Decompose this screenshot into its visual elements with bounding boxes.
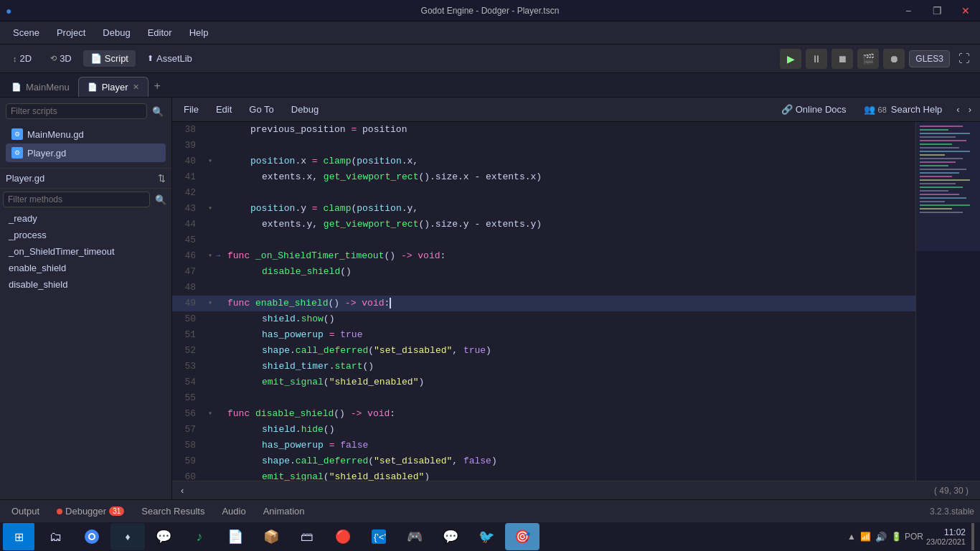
title-bar: ● Godot Engine - Dodger - Player.tscn − … (0, 0, 980, 22)
editor-status-bar: ‹ ( 49, 30 ) (172, 481, 980, 499)
taskbar-spotify[interactable]: ♪ (182, 523, 217, 550)
menu-debug[interactable]: Debug (95, 24, 137, 41)
2d-icon: ↕ (13, 55, 17, 63)
scroll-left-btn[interactable]: ‹ (953, 101, 962, 118)
script-item-mainmenu[interactable]: ⚙ MainMenu.gd (6, 125, 166, 143)
code-line-55: 55 (172, 390, 915, 406)
menu-help[interactable]: Help (182, 24, 216, 41)
maximize-button[interactable]: ❐ (923, 0, 951, 22)
editor-edit-btn[interactable]: Edit (210, 101, 237, 118)
tab-audio[interactable]: Audio (216, 503, 251, 519)
stop-button[interactable]: ⏹ (831, 49, 853, 69)
taskbar-pdf[interactable]: 📄 (218, 523, 253, 550)
editor-file-btn[interactable]: File (178, 101, 204, 118)
method-ready[interactable]: _ready (0, 210, 171, 227)
svg-text:{'<'}: {'<'} (374, 532, 386, 542)
method-enableshield[interactable]: enable_shield (0, 260, 171, 276)
close-button[interactable]: ✕ (951, 0, 980, 22)
bottom-bar: Output Debugger 31 Search Results Audio … (0, 499, 980, 522)
scroll-left-code[interactable]: ‹ (178, 485, 187, 496)
tab-add-button[interactable]: + (149, 75, 166, 97)
code-line-57: 57 shield.hide() (172, 422, 915, 438)
main-toolbar: ↕ 2D ⟲ 3D 📄 Script ⬆ AssetLib ▶ ⏸ ⏹ 🎬 ⏺ … (0, 44, 980, 73)
scroll-right-btn[interactable]: › (966, 101, 974, 118)
3d-icon: ⟲ (50, 54, 57, 63)
taskbar-clock[interactable]: 11:02 23/02/2021 (926, 527, 966, 546)
method-shieldtimer[interactable]: _on_ShieldTimer_timeout (0, 243, 171, 260)
methods-search-icon[interactable]: 🔍 (153, 192, 169, 207)
taskbar-steam[interactable]: ♦ (110, 523, 145, 550)
taskbar-files[interactable]: 🗃 (290, 523, 324, 550)
taskbar-steam2[interactable]: 🎮 (397, 523, 432, 550)
tab-player[interactable]: 📄 Player ✕ (78, 77, 149, 97)
movie-button[interactable]: 🎬 (857, 49, 879, 69)
sort-icon[interactable]: ⇅ (158, 173, 166, 184)
start-button[interactable]: ⊞ (3, 523, 34, 550)
code-editor[interactable]: 38 previous_position = position 39 (172, 122, 915, 481)
cursor-position: ( 49, 30 ) (934, 486, 974, 496)
taskbar-app8[interactable]: 🐦 (469, 523, 504, 550)
editor-toolbar-right: 🔗 Online Docs 👥 68 Search Help ‹ › (776, 101, 974, 118)
script-icon: 📄 (90, 53, 102, 64)
taskbar-file-manager[interactable]: 🗂 (39, 523, 73, 550)
tab-close-button[interactable]: ✕ (133, 83, 139, 92)
volume-icon[interactable]: 🔊 (875, 532, 887, 542)
lang-indicator[interactable]: POR (905, 532, 923, 542)
view-2d-button[interactable]: ↕ 2D (6, 50, 39, 67)
pause-button[interactable]: ⏸ (806, 49, 827, 69)
taskbar-app7[interactable]: 🔴 (326, 523, 360, 550)
menu-project[interactable]: Project (50, 24, 93, 41)
taskbar-chrome[interactable] (75, 523, 109, 550)
taskbar-godot[interactable]: 🎯 (505, 523, 540, 550)
code-line-60: 60 emit_signal("shield_disabled") (172, 469, 915, 481)
debugger-indicator (57, 509, 62, 514)
expand-button[interactable]: ⛶ (954, 49, 974, 69)
code-line-45: 45 (172, 232, 915, 248)
menu-scene[interactable]: Scene (6, 24, 47, 41)
tab-debugger[interactable]: Debugger 31 (51, 503, 130, 519)
minimize-button[interactable]: − (894, 0, 923, 22)
tab-search-results[interactable]: Search Results (136, 503, 210, 519)
sys-tray-arrow[interactable]: ▲ (847, 532, 856, 542)
script-item-player[interactable]: ⚙ Player.gd (6, 143, 166, 162)
code-line-38: 38 previous_position = position (172, 122, 915, 138)
assetlib-button[interactable]: ⬆ AssetLib (140, 50, 199, 67)
search-help-btn[interactable]: 👥 68 Search Help (858, 101, 948, 118)
code-line-42: 42 (172, 185, 915, 201)
code-line-40: 40 ▾ position.x = clamp(position.x, (172, 154, 915, 169)
code-line-43: 43 ▾ position.y = clamp(position.y, (172, 201, 915, 217)
taskbar-whatsapp[interactable]: 💬 (146, 523, 181, 550)
filter-methods-input[interactable] (3, 192, 150, 207)
tab-animation[interactable]: Animation (258, 503, 311, 519)
method-disableshield[interactable]: disable_shield (0, 276, 171, 293)
play-button[interactable]: ▶ (780, 49, 801, 69)
sidebar-file-title: Player.gd ⇅ (0, 169, 171, 189)
tab-mainmenu[interactable]: 📄 MainMenu (3, 77, 78, 97)
debugger-badge: 31 (109, 507, 124, 516)
online-docs-btn[interactable]: 🔗 Online Docs (776, 101, 852, 118)
taskbar-vscode[interactable]: {'<'} (362, 523, 396, 550)
network-icon[interactable]: 📶 (860, 532, 871, 542)
filter-search-icon[interactable]: 🔍 (150, 103, 166, 119)
svg-rect-26 (916, 122, 980, 251)
script-button[interactable]: 📄 Script (83, 50, 136, 67)
code-line-58: 58 has_powerup = false (172, 438, 915, 453)
code-line-44: 44 extents.y, get_viewport_rect().size.y… (172, 217, 915, 232)
methods-section: Player.gd ⇅ 🔍 _ready _process _on_Shield… (0, 169, 171, 499)
view-3d-button[interactable]: ⟲ 3D (43, 50, 79, 67)
editor-goto-btn[interactable]: Go To (243, 101, 279, 118)
method-process[interactable]: _process (0, 227, 171, 243)
battery-icon[interactable]: 🔋 (891, 532, 902, 542)
tab-output[interactable]: Output (6, 503, 45, 519)
show-desktop-btn[interactable] (971, 523, 974, 550)
window-title: Godot Engine - Dodger - Player.tscn (421, 6, 560, 16)
taskbar-discord[interactable]: 💬 (433, 523, 468, 550)
left-sidebar: 🔍 ⚙ MainMenu.gd ⚙ Player.gd Player.gd ⇅ (0, 98, 172, 499)
code-container: 38 previous_position = position 39 (172, 122, 980, 481)
record-button[interactable]: ⏺ (883, 49, 905, 69)
taskbar-app6[interactable]: 📦 (254, 523, 288, 550)
filter-scripts-input[interactable] (6, 103, 147, 119)
editor-debug-btn[interactable]: Debug (286, 101, 324, 118)
script-icon-player: ⚙ (11, 147, 23, 159)
menu-editor[interactable]: Editor (141, 24, 179, 41)
